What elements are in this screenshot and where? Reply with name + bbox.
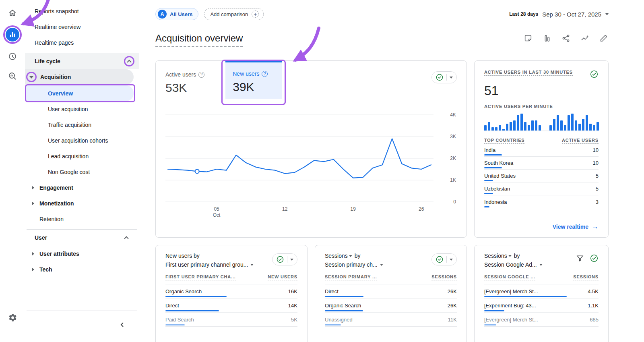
chevron-down-icon [539,264,543,266]
help-icon[interactable]: ? [262,71,268,77]
sidebar-item-traffic-acquisition[interactable]: Traffic acquisition [25,117,139,133]
svg-text:12: 12 [282,206,288,212]
sidebar-item-reports-snapshot[interactable]: Reports snapshot [25,3,139,19]
collapse-sidebar-icon[interactable] [119,321,126,329]
sidebar-item-label: Tech [39,266,52,273]
explore-icon[interactable] [5,49,20,64]
card-metric-label[interactable]: Sessions [484,253,507,259]
check-circle-icon[interactable] [590,70,599,79]
country-row: Uzbekistan5 [484,182,599,195]
chevron-down-icon [605,13,609,15]
data-quality-button[interactable] [431,71,457,83]
sidebar-item-label: Realtime pages [35,39,74,46]
column-header-active-users: ACTIVE USERS [562,138,599,144]
benchmark-icon[interactable] [542,33,552,43]
row-value: 26K [448,288,457,294]
realtime-card: ACTIVE USERS IN LAST 30 MINUTES 51 ACTIV… [474,60,609,238]
value-bar [484,206,489,207]
country-value: 5 [596,173,599,179]
chevron-down-icon[interactable] [29,76,33,79]
sidebar-item-monetization[interactable]: Monetization [25,195,139,211]
advertising-icon[interactable] [5,69,20,83]
country-row: South Korea10 [484,157,599,170]
new-users-by-channel-card: New users by First user primary channel … [155,245,308,342]
help-icon[interactable]: ? [198,72,204,78]
sidebar-item-realtime-pages[interactable]: Realtime pages [25,35,139,50]
sidebar-item-non-google-cost[interactable]: Non Google cost [25,164,139,180]
view-realtime-link[interactable]: View realtime→ [553,223,599,230]
sidebar-item-label: User acquisition cohorts [48,137,108,144]
dimension-selector[interactable]: First user primary channel grou... [165,261,254,268]
sessions-by-google-ads-card: Sessions by Session Google Ad... SESSION… [474,245,609,342]
metric-active-users[interactable]: Active users ? 53K [165,61,204,95]
sidebar-item-user-acquisition-cohorts[interactable]: User acquisition cohorts [25,133,139,148]
report-actions [523,33,609,43]
value-bar [165,296,227,297]
sidebar-footer [27,311,137,342]
data-quality-button[interactable] [431,253,457,265]
check-circle-icon[interactable] [590,254,599,263]
main-content: A All Users Add comparison + Last 28 day… [139,0,644,342]
edit-icon[interactable] [599,33,609,43]
sidebar-item-label: Overview [48,90,73,97]
add-comparison-button[interactable]: Add comparison + [204,8,264,20]
row-value: 16K [288,288,297,294]
chevron-up-icon[interactable] [127,60,131,64]
country-value: 5 [596,186,599,192]
sidebar-section-user[interactable]: User [25,230,139,246]
sidebar-item-overview[interactable]: Overview [25,85,134,101]
notes-icon[interactable] [523,33,533,43]
country-name: United States [484,173,516,179]
new-users-line-chart: 01K2K3K4K05Oct121926 [165,109,458,218]
dimension-selector[interactable]: Session Google Ad... [484,261,543,268]
value-bar [325,310,363,311]
settings-gear-icon[interactable] [5,310,20,325]
sidebar-section-life-cycle[interactable]: Life cycle [25,53,139,69]
value-bar [484,193,493,194]
active-users-per-minute-chart [484,113,599,131]
row-name: [Evergreen] Merch St... [484,288,538,294]
add-comparison-label: Add comparison [210,11,248,17]
sidebar-item-label: Realtime overview [35,24,80,30]
row-name: Organic Search [325,303,361,309]
table-row: [Evergreen] Merch St...685 [484,313,599,327]
page-title-row: Acquisition overview [155,31,609,46]
sidebar-item-label: User acquisition [48,106,88,112]
card-metric-label[interactable]: New users [165,253,192,260]
table-row: Organic Search16K [165,284,297,298]
insights-icon[interactable] [580,33,590,43]
reports-icon[interactable] [6,28,19,41]
all-users-segment-chip[interactable]: A All Users [155,8,198,20]
annotation-box-new-users: New users ? 39K [221,60,286,105]
table-row: [Evergreen] Merch St...4.5K [484,284,599,298]
card-metric-label[interactable]: Sessions [325,253,348,259]
date-range-picker[interactable]: Last 28 days Sep 30 - Oct 27, 2025 [509,11,609,18]
share-icon[interactable] [561,33,571,43]
segment-label: All Users [170,11,192,17]
sidebar-item-label: Acquisition [40,74,71,80]
chevron-down-icon [450,259,453,261]
value-bar [484,310,504,311]
chevron-down-icon [250,264,254,266]
home-icon[interactable] [5,6,20,20]
chevron-up-icon[interactable] [124,236,128,240]
table-row: Direct26K [325,284,457,298]
svg-text:1K: 1K [450,177,456,183]
sidebar-item-lead-acquisition[interactable]: Lead acquisition [25,148,139,164]
by-label: by [514,253,520,259]
annotation-circle-lifecycle-chevron [124,56,134,66]
svg-text:26: 26 [419,206,424,212]
sidebar-item-user-attributes[interactable]: User attributes [25,246,139,261]
sidebar-item-label: Lead acquisition [48,153,89,160]
sidebar-item-tech[interactable]: Tech [25,261,139,277]
dimension-selector[interactable]: Session primary ch... [325,261,383,268]
sidebar-item-retention[interactable]: Retention [25,211,139,227]
filter-funnel-icon[interactable] [575,253,585,263]
row-name: [Experiment Bug: 43... [484,303,536,309]
sidebar-item-engagement[interactable]: Engagement [25,180,139,195]
sidebar-item-acquisition[interactable]: Acquisition [25,69,134,85]
sidebar-item-user-acquisition[interactable]: User acquisition [25,101,139,117]
metric-new-users[interactable]: New users ? 39K [225,61,282,99]
data-quality-button[interactable] [272,253,297,265]
sidebar-item-realtime-overview[interactable]: Realtime overview [25,19,139,35]
